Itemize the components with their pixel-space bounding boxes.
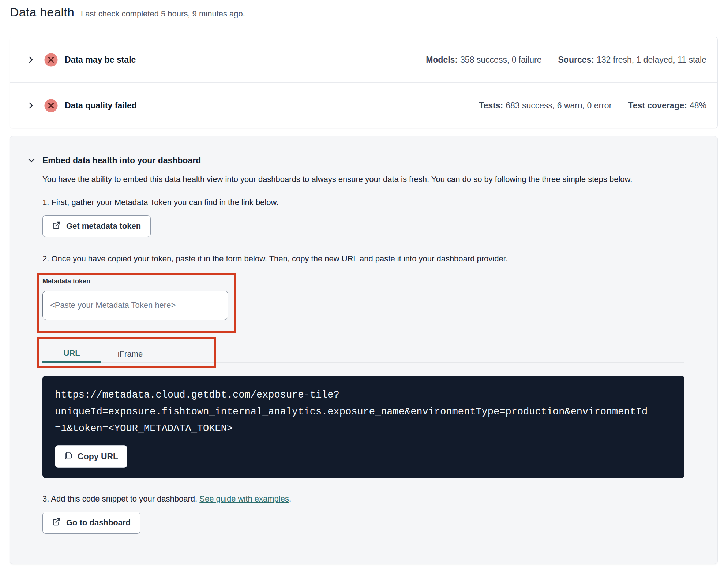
sources-stat: Sources:132 fresh, 1 delayed, 11 stale <box>558 55 707 65</box>
status-panel: Data may be stale Models:358 success, 0 … <box>10 37 718 128</box>
embed-section-header[interactable]: Embed data health into your dashboard <box>27 154 684 166</box>
step3-text-before-link: 3. Add this code snippet to your dashboa… <box>42 494 199 503</box>
external-link-icon <box>52 518 61 528</box>
sources-stat-value: 132 fresh, 1 delayed, 11 stale <box>597 55 706 64</box>
status-row-title: Data quality failed <box>65 101 137 111</box>
page-title: Data health <box>10 5 74 19</box>
step3-text-after-link: . <box>289 494 291 503</box>
models-stat-label: Models: <box>426 55 458 64</box>
chevron-right-icon[interactable] <box>26 55 35 64</box>
test-coverage-stat-value: 48% <box>690 101 706 110</box>
embed-url-line: uniqueId=exposure.fishtown_internal_anal… <box>55 403 672 420</box>
embed-url-line: https://metadata.cloud.getdbt.com/exposu… <box>55 387 672 403</box>
status-row-stats: Tests:683 success, 6 warn, 0 error Test … <box>479 98 706 113</box>
page-header: Data health Last check completed 5 hours… <box>0 0 728 23</box>
tab-iframe[interactable]: iFrame <box>101 341 160 362</box>
get-metadata-token-button[interactable]: Get metadata token <box>42 215 151 237</box>
chevron-down-icon[interactable] <box>27 156 36 165</box>
go-to-dashboard-label: Go to dashboard <box>66 518 131 528</box>
external-link-icon <box>52 221 61 232</box>
embed-section-title: Embed data health into your dashboard <box>42 156 201 165</box>
stats-divider <box>550 52 550 67</box>
step1-text: 1. First, gather your Metadata Token you… <box>42 197 684 208</box>
step2-text: 2. Once you have copied your token, past… <box>42 253 684 264</box>
status-row-title: Data may be stale <box>65 55 136 65</box>
copy-url-label: Copy URL <box>78 452 118 462</box>
test-coverage-stat-label: Test coverage: <box>628 101 687 110</box>
tests-stat-value: 683 success, 6 warn, 0 error <box>506 101 612 110</box>
status-row-data-quality[interactable]: Data quality failed Tests:683 success, 6… <box>10 83 717 128</box>
get-metadata-token-label: Get metadata token <box>66 221 141 231</box>
copy-icon <box>64 451 72 462</box>
embed-panel: Embed data health into your dashboard Yo… <box>10 136 718 564</box>
stats-divider <box>620 98 620 113</box>
embed-url-code-block: https://metadata.cloud.getdbt.com/exposu… <box>42 376 684 478</box>
tab-url[interactable]: URL <box>42 341 101 363</box>
status-row-stats: Models:358 success, 0 failure Sources:13… <box>426 52 706 67</box>
tests-stat-label: Tests: <box>479 101 503 110</box>
embed-description: You have the ability to embed this data … <box>42 172 642 187</box>
copy-url-button[interactable]: Copy URL <box>55 445 127 468</box>
step3-text: 3. Add this code snippet to your dashboa… <box>42 493 684 504</box>
embed-url-line: =1&token=<YOUR_METADATA_TOKEN> <box>55 420 672 437</box>
error-x-circle-icon <box>44 99 58 112</box>
see-guide-link[interactable]: See guide with examples <box>199 494 289 503</box>
status-row-data-stale[interactable]: Data may be stale Models:358 success, 0 … <box>10 37 717 82</box>
metadata-token-label: Metadata token <box>42 277 228 286</box>
tests-stat: Tests:683 success, 6 warn, 0 error <box>479 101 612 111</box>
metadata-token-input[interactable] <box>42 291 228 320</box>
embed-format-tabs: URL iFrame <box>42 341 684 363</box>
test-coverage-stat: Test coverage:48% <box>628 101 706 111</box>
embed-url-text: https://metadata.cloud.getdbt.com/exposu… <box>55 387 672 437</box>
go-to-dashboard-button[interactable]: Go to dashboard <box>42 512 140 534</box>
metadata-token-field-group: Metadata token <box>42 277 228 320</box>
last-check-status: Last check completed 5 hours, 9 minutes … <box>81 9 245 19</box>
sources-stat-label: Sources: <box>558 55 594 64</box>
models-stat-value: 358 success, 0 failure <box>460 55 541 64</box>
chevron-right-icon[interactable] <box>26 101 35 110</box>
models-stat: Models:358 success, 0 failure <box>426 55 541 65</box>
error-x-circle-icon <box>44 53 58 67</box>
